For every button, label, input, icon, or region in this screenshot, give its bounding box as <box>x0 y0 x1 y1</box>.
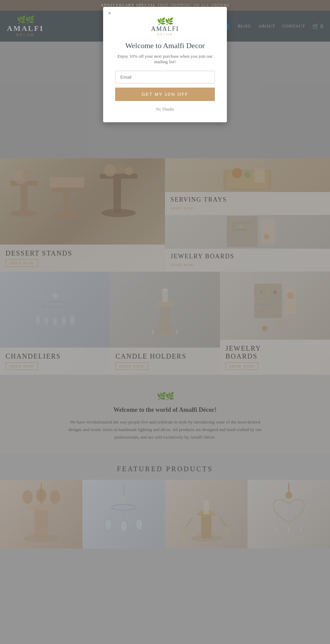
modal-overlay[interactable]: × 🌿🌿 AMALFI DÉCOR Welcome to Amalfi Deco… <box>0 0 330 549</box>
email-input[interactable] <box>115 71 215 83</box>
no-thanks-link[interactable]: No Thanks <box>156 107 174 112</box>
modal-logo-sub: DÉCOR <box>157 33 173 36</box>
modal-dialog: × 🌿🌿 AMALFI DÉCOR Welcome to Amalfi Deco… <box>103 7 227 122</box>
modal-subtitle: Enjoy 10% off your next purchase when yo… <box>115 54 215 65</box>
modal-close-button[interactable]: × <box>108 10 111 16</box>
cta-button[interactable]: GET MY 10% OFF <box>115 88 215 101</box>
modal-title: Welcome to Amalfi Decor <box>115 41 215 50</box>
modal-logo-leaf-icon: 🌿🌿 <box>157 17 173 25</box>
modal-logo-name: AMALFI <box>151 25 179 33</box>
modal-logo: 🌿🌿 AMALFI DÉCOR <box>115 17 215 36</box>
